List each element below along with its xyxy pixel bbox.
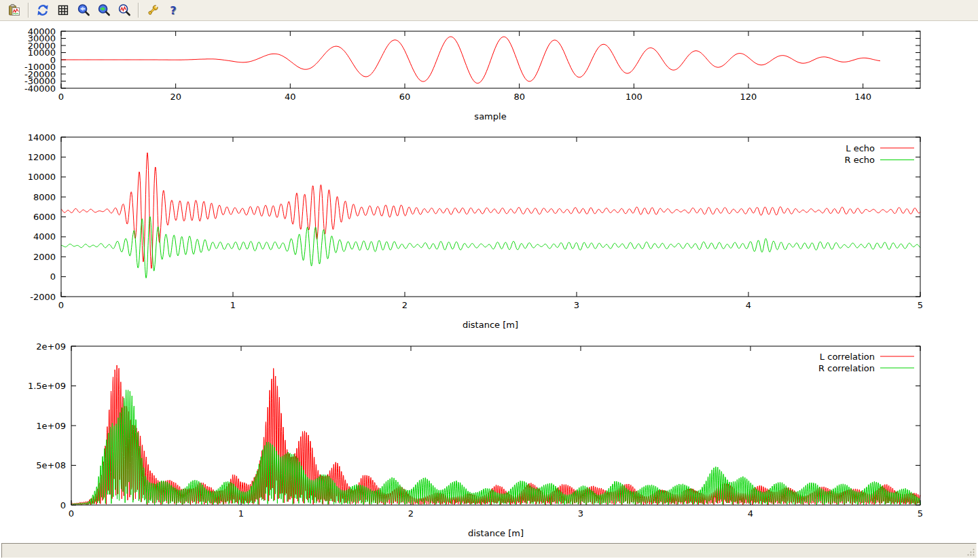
y-tick-label: 14000 xyxy=(28,132,56,143)
zoom-previous-icon xyxy=(77,3,90,17)
grid-icon xyxy=(56,3,70,17)
x-tick-label: 40 xyxy=(285,92,296,102)
xlabel-sample: sample xyxy=(402,111,579,122)
refresh-icon xyxy=(36,3,50,17)
x-tick-label: 60 xyxy=(399,92,411,102)
x-tick-label: 5 xyxy=(918,508,923,519)
x-tick-label: 100 xyxy=(626,92,642,102)
resize-grip-icon[interactable] xyxy=(966,548,975,557)
x-tick-label: 0 xyxy=(58,92,64,102)
xlabel-distance-correlation: distance [m] xyxy=(408,528,584,538)
y-tick-label: 6000 xyxy=(33,212,56,222)
copy-plot-icon xyxy=(7,3,21,17)
svg-text:?: ? xyxy=(170,4,176,17)
y-tick-label: 4000 xyxy=(33,231,56,242)
status-bar xyxy=(1,543,977,558)
x-tick-label: 4 xyxy=(746,300,751,310)
replot-button[interactable] xyxy=(34,1,52,19)
x-tick-label: 120 xyxy=(740,92,757,102)
copy-to-clipboard-button[interactable] xyxy=(5,1,23,19)
y-tick-label: 8000 xyxy=(33,192,56,202)
x-tick-label: 80 xyxy=(513,92,525,102)
legend-label: L echo xyxy=(846,143,875,153)
y-tick-label: 1e+09 xyxy=(36,421,66,431)
x-tick-label: 1 xyxy=(238,508,244,519)
chart-2: 01234505e+081e+091.5e+092e+09L correlati… xyxy=(28,341,923,519)
plot-canvas[interactable]: 020406080100120140-40000-30000-20000-100… xyxy=(0,0,978,543)
x-tick-label: 3 xyxy=(574,300,579,310)
toggle-grid-button[interactable] xyxy=(54,1,72,19)
x-tick-label: 5 xyxy=(918,300,923,310)
toolbar-separator xyxy=(138,3,139,18)
x-tick-label: 3 xyxy=(578,508,583,519)
y-tick-label: 1.5e+09 xyxy=(28,381,66,391)
zoom-previous-button[interactable] xyxy=(75,1,92,19)
zoom-next-icon xyxy=(97,3,111,17)
x-tick-label: 20 xyxy=(170,92,181,102)
legend-label: L correlation xyxy=(820,352,875,362)
toolbar-separator xyxy=(28,3,29,18)
x-tick-label: 1 xyxy=(230,300,236,310)
y-tick-label: 40000 xyxy=(28,26,56,37)
y-tick-label: 2e+09 xyxy=(36,341,66,352)
y-tick-label: 2000 xyxy=(33,252,56,262)
x-tick-label: 4 xyxy=(748,508,753,519)
y-tick-label: 10000 xyxy=(28,172,56,182)
help-icon: ? ? xyxy=(166,3,180,17)
y-tick-label: 12000 xyxy=(28,152,56,162)
x-tick-label: 0 xyxy=(69,508,74,519)
y-tick-label: -2000 xyxy=(30,292,56,302)
x-tick-label: 2 xyxy=(402,300,408,310)
plot-area[interactable] xyxy=(61,137,920,297)
legend-label: R echo xyxy=(844,155,875,165)
y-tick-label: 0 xyxy=(50,272,56,282)
configure-button[interactable] xyxy=(144,1,162,19)
legend-label: R correlation xyxy=(818,363,875,373)
chart-1: 012345-200002000400060008000100001200014… xyxy=(28,132,924,311)
autoscale-button[interactable] xyxy=(115,1,133,19)
x-tick-label: 0 xyxy=(58,300,64,310)
status-text xyxy=(2,544,976,548)
toolbar: ? ? xyxy=(0,0,978,21)
x-tick-label: 2 xyxy=(408,508,414,519)
autoscale-plot-icon xyxy=(117,3,131,17)
wrench-icon xyxy=(146,3,160,17)
y-tick-label: 0 xyxy=(60,500,66,510)
chart-0: 020406080100120140-40000-30000-20000-100… xyxy=(24,26,920,102)
x-tick-label: 140 xyxy=(854,92,871,102)
help-button[interactable]: ? ? xyxy=(164,1,182,19)
y-tick-label: 5e+08 xyxy=(36,460,66,470)
xlabel-distance-echo: distance [m] xyxy=(402,320,579,330)
zoom-next-button[interactable] xyxy=(95,1,113,19)
